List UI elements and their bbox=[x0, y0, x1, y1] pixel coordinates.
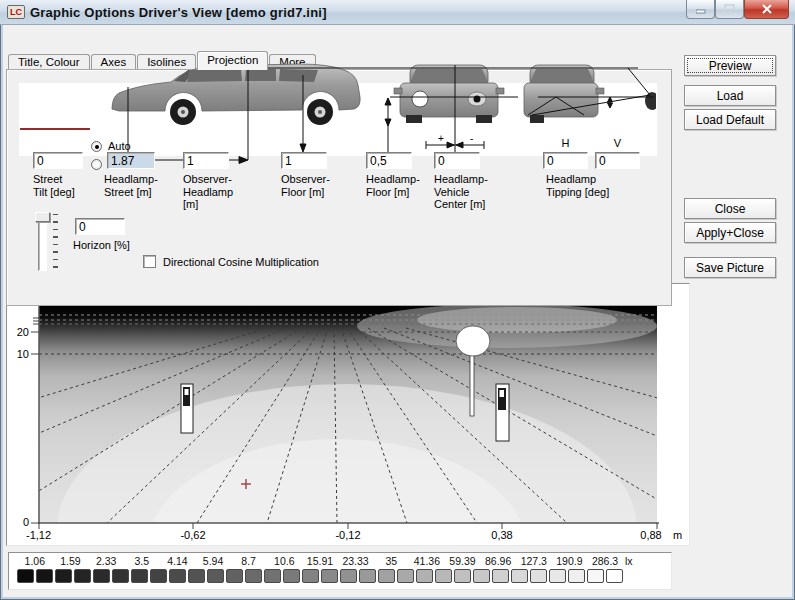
app-icon: LC bbox=[7, 5, 25, 19]
tab-more[interactable]: More bbox=[269, 54, 315, 70]
headlamp-tipping-label: Headlamp Tipping [deg] bbox=[546, 173, 626, 198]
legend-swatch bbox=[93, 569, 110, 583]
close-icon bbox=[761, 4, 773, 14]
legend-swatch bbox=[473, 569, 490, 583]
legend-swatch bbox=[416, 569, 433, 583]
tab-title-colour[interactable]: Title, Colour bbox=[8, 54, 90, 70]
directional-cosine-checkbox[interactable] bbox=[143, 255, 156, 268]
beam-chart-panel: m Grid Low Beam bbox=[6, 283, 690, 546]
observer-floor-label: Observer- Floor [m] bbox=[281, 173, 345, 198]
legend-label: 127.3 bbox=[516, 555, 552, 567]
tipping-v-input[interactable] bbox=[595, 152, 640, 169]
legend-swatch bbox=[150, 569, 167, 583]
horizon-slider-thumb[interactable] bbox=[35, 212, 50, 222]
legend-label: 2.33 bbox=[88, 555, 124, 567]
save-picture-button[interactable]: Save Picture bbox=[684, 257, 776, 278]
x-tick-3: -0,12 bbox=[335, 529, 360, 541]
legend-label: 1.06 bbox=[17, 555, 53, 567]
headlamp-street-input[interactable] bbox=[107, 152, 155, 169]
load-button[interactable]: Load bbox=[684, 85, 776, 106]
legend-label: 15.91 bbox=[302, 555, 338, 567]
legend-swatch bbox=[397, 569, 414, 583]
auto-radio[interactable] bbox=[91, 141, 102, 152]
maximize-button[interactable] bbox=[715, 0, 744, 19]
illuminance-legend: 1.061.592.333.54.145.948.710.615.9123.33… bbox=[8, 552, 672, 590]
legend-swatch bbox=[606, 569, 623, 583]
manual-radio[interactable] bbox=[91, 159, 102, 170]
legend-unit: lx bbox=[625, 555, 633, 567]
preview-button[interactable]: Preview bbox=[684, 55, 776, 76]
close-dialog-button[interactable]: Close bbox=[684, 198, 776, 219]
legend-label: 23.33 bbox=[338, 555, 374, 567]
legend-swatch bbox=[188, 569, 205, 583]
legend-label: 35 bbox=[373, 555, 409, 567]
street-tilt-label: Street Tilt [deg] bbox=[33, 173, 79, 198]
observer-headlamp-label: Observer- Headlamp [m] bbox=[183, 173, 245, 211]
titlebar[interactable]: LC Graphic Options Driver's View [demo g… bbox=[0, 0, 795, 25]
tab-axes[interactable]: Axes bbox=[91, 54, 137, 70]
legend-label: 10.6 bbox=[266, 555, 302, 567]
legend-swatch bbox=[549, 569, 566, 583]
x-tick-5: 0,88 bbox=[640, 529, 661, 541]
legend-label: 190.9 bbox=[552, 555, 588, 567]
x-tick-2: -0,62 bbox=[180, 529, 205, 541]
horizon-slider[interactable] bbox=[33, 210, 61, 274]
window-title: Graphic Options Driver's View [demo grid… bbox=[30, 5, 327, 20]
delineator-post-right bbox=[496, 384, 509, 441]
horizon-input[interactable] bbox=[75, 218, 125, 235]
legend-swatch bbox=[36, 569, 53, 583]
tipping-h-label: H bbox=[543, 137, 588, 150]
legend-swatch bbox=[454, 569, 471, 583]
legend-swatch bbox=[131, 569, 148, 583]
minimize-icon bbox=[696, 5, 706, 14]
legend-swatch bbox=[74, 569, 91, 583]
graphic-options-window: LC Graphic Options Driver's View [demo g… bbox=[0, 0, 795, 600]
tab-isolines[interactable]: Isolines bbox=[137, 54, 196, 70]
headlamp-floor-input[interactable] bbox=[366, 152, 412, 169]
close-button[interactable] bbox=[744, 0, 789, 19]
maximize-icon bbox=[724, 4, 735, 14]
legend-swatch bbox=[340, 569, 357, 583]
delineator-post-left bbox=[181, 384, 193, 433]
legend-swatch bbox=[112, 569, 129, 583]
headlamp-vehicle-center-label: Headlamp- Vehicle Center [m] bbox=[434, 173, 492, 211]
tipping-h-input[interactable] bbox=[543, 152, 588, 169]
legend-swatch bbox=[283, 569, 300, 583]
load-default-button[interactable]: Load Default bbox=[684, 109, 776, 130]
legend-label: 41.36 bbox=[409, 555, 445, 567]
x-tick-1: -1,12 bbox=[26, 529, 51, 541]
tipping-v-label: V bbox=[595, 137, 640, 150]
legend-swatch bbox=[169, 569, 186, 583]
observer-floor-input[interactable] bbox=[281, 152, 327, 169]
legend-label: 4.14 bbox=[160, 555, 196, 567]
headlamp-vehicle-center-input[interactable] bbox=[434, 152, 480, 169]
y-tick-0: 0 bbox=[23, 516, 29, 528]
legend-label: 59.39 bbox=[445, 555, 481, 567]
horizon-label: Horizon [%] bbox=[73, 239, 163, 252]
legend-swatch bbox=[321, 569, 338, 583]
y-tick-10: 10 bbox=[17, 348, 29, 360]
legend-label: 5.94 bbox=[195, 555, 231, 567]
x-axis-unit: m bbox=[673, 529, 682, 541]
y-tick-20: 20 bbox=[17, 326, 29, 338]
tab-projection[interactable]: Projection bbox=[197, 51, 268, 70]
headlamp-floor-label: Headlamp- Floor [m] bbox=[366, 173, 430, 198]
legend-swatch bbox=[511, 569, 528, 583]
legend-label: 8.7 bbox=[231, 555, 267, 567]
observer-headlamp-input[interactable] bbox=[183, 152, 229, 169]
legend-swatch bbox=[492, 569, 509, 583]
legend-swatch bbox=[378, 569, 395, 583]
minimize-button[interactable] bbox=[686, 0, 715, 19]
legend-label: 3.5 bbox=[124, 555, 160, 567]
x-tick-4: 0,38 bbox=[491, 529, 512, 541]
directional-cosine-label: Directional Cosine Multiplication bbox=[163, 256, 319, 269]
legend-swatch bbox=[359, 569, 376, 583]
apply-close-button[interactable]: Apply+Close bbox=[684, 222, 776, 243]
street-tilt-input[interactable] bbox=[33, 152, 83, 169]
auto-radio-label: Auto bbox=[108, 140, 131, 153]
legend-swatch bbox=[245, 569, 262, 583]
horizon-slider-ticks bbox=[53, 214, 58, 272]
legend-swatch bbox=[435, 569, 452, 583]
legend-swatch bbox=[530, 569, 547, 583]
headlamp-street-label: Headlamp- Street [m] bbox=[104, 173, 168, 198]
